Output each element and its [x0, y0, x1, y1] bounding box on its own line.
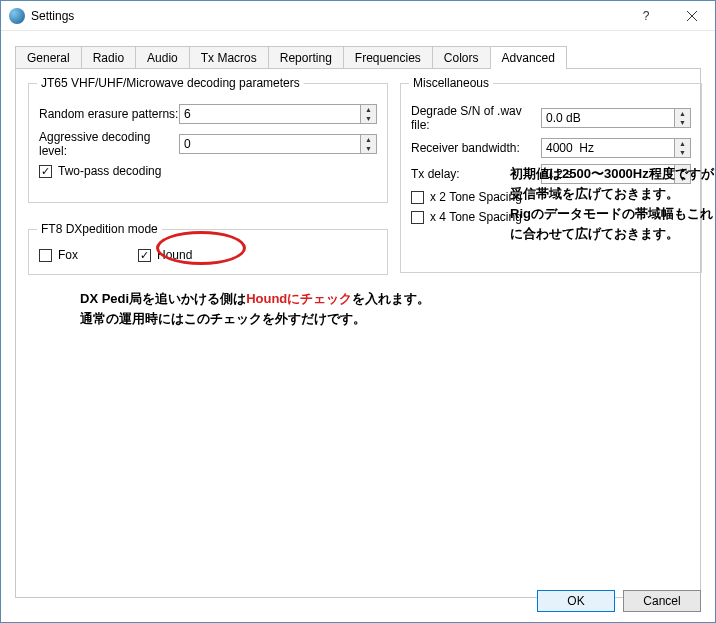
window-title: Settings: [31, 9, 623, 23]
tab-colors[interactable]: Colors: [432, 46, 491, 69]
rxbw-label: Receiver bandwidth:: [411, 141, 541, 155]
aggressive-input[interactable]: [180, 135, 360, 153]
spin-down-icon[interactable]: ▼: [675, 118, 690, 127]
hound-label: Hound: [157, 248, 192, 262]
tab-panel-advanced: JT65 VHF/UHF/Microwave decoding paramete…: [15, 68, 701, 598]
tab-reporting[interactable]: Reporting: [268, 46, 344, 69]
spin-up-icon[interactable]: ▲: [675, 109, 690, 118]
fox-label: Fox: [58, 248, 78, 262]
degrade-spinner[interactable]: ▲▼: [541, 108, 691, 128]
degrade-label: Degrade S/N of .wav file:: [411, 104, 541, 132]
rxbw-spinner[interactable]: ▲▼: [541, 138, 691, 158]
spin-down-icon[interactable]: ▼: [361, 144, 376, 153]
twopass-label: Two-pass decoding: [58, 164, 161, 178]
checkbox-icon: ✓: [138, 249, 151, 262]
group-jt65-legend: JT65 VHF/UHF/Microwave decoding paramete…: [37, 76, 304, 90]
help-button[interactable]: ?: [623, 1, 669, 31]
checkbox-icon: [411, 191, 424, 204]
annotation-text-main: DX Pedi局を追いかける側はHoundにチェックを入れます。 通常の運用時に…: [80, 289, 580, 329]
tab-audio[interactable]: Audio: [135, 46, 190, 69]
spin-up-icon[interactable]: ▲: [361, 135, 376, 144]
x4tone-label: x 4 Tone Spacing: [430, 210, 522, 224]
group-ft8-legend: FT8 DXpedition mode: [37, 222, 162, 236]
group-misc-legend: Miscellaneous: [409, 76, 493, 90]
spin-up-icon[interactable]: ▲: [361, 105, 376, 114]
spin-up-icon[interactable]: ▲: [675, 139, 690, 148]
aggressive-label: Aggressive decoding level:: [39, 130, 179, 158]
checkbox-icon: ✓: [39, 165, 52, 178]
tab-radio[interactable]: Radio: [81, 46, 136, 69]
x2tone-label: x 2 Tone Spacing: [430, 190, 522, 204]
tab-frequencies[interactable]: Frequencies: [343, 46, 433, 69]
degrade-input[interactable]: [542, 109, 674, 127]
spin-down-icon[interactable]: ▼: [675, 148, 690, 157]
random-erasure-label: Random erasure patterns:: [39, 107, 179, 121]
fox-checkbox[interactable]: Fox: [39, 248, 78, 262]
random-erasure-input[interactable]: [180, 105, 360, 123]
random-erasure-spinner[interactable]: ▲▼: [179, 104, 377, 124]
spin-down-icon[interactable]: ▼: [361, 114, 376, 123]
tab-txmacros[interactable]: Tx Macros: [189, 46, 269, 69]
group-ft8: FT8 DXpedition mode Fox ✓ Hound: [28, 229, 388, 275]
aggressive-spinner[interactable]: ▲▼: [179, 134, 377, 154]
tab-advanced[interactable]: Advanced: [490, 46, 567, 69]
annotation-text-rxbw: 初期値は2500〜3000Hz程度ですが受信帯域を広げておきます。 Rigのデー…: [510, 164, 716, 244]
twopass-checkbox[interactable]: ✓ Two-pass decoding: [39, 164, 377, 178]
cancel-button[interactable]: Cancel: [623, 590, 701, 612]
ok-button[interactable]: OK: [537, 590, 615, 612]
hound-checkbox[interactable]: ✓ Hound: [138, 248, 192, 262]
close-button[interactable]: [669, 1, 715, 31]
rxbw-input[interactable]: [542, 139, 674, 157]
app-icon: [9, 8, 25, 24]
tab-general[interactable]: General: [15, 46, 82, 69]
checkbox-icon: [411, 211, 424, 224]
group-jt65: JT65 VHF/UHF/Microwave decoding paramete…: [28, 83, 388, 203]
checkbox-icon: [39, 249, 52, 262]
